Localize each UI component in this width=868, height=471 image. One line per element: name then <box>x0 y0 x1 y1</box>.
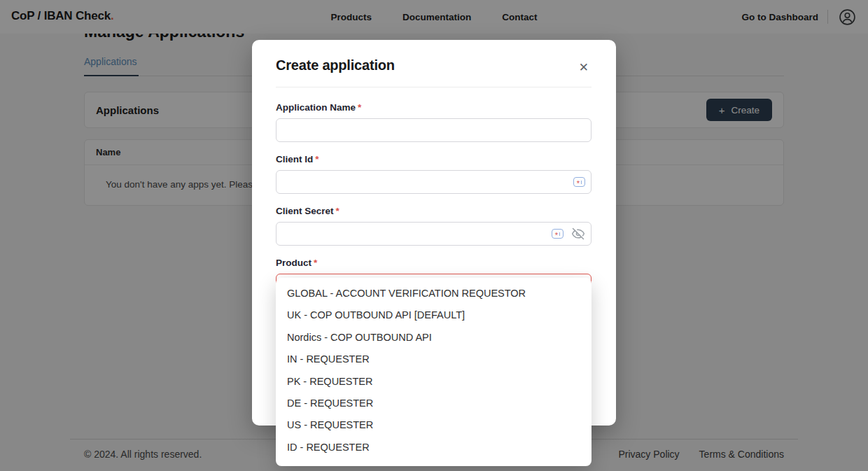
required-asterisk: * <box>336 206 340 216</box>
product-option[interactable]: UK - COP OUTBOUND API [DEFAULT] <box>276 304 592 326</box>
required-asterisk: * <box>358 102 361 113</box>
field-client-secret: Client Secret* * <box>276 206 592 246</box>
application-name-label: Application Name* <box>276 102 592 113</box>
application-name-input[interactable] <box>276 118 592 142</box>
product-option[interactable]: DE - REQUESTER <box>276 393 592 414</box>
close-icon[interactable]: ✕ <box>576 59 592 76</box>
client-secret-label: Client Secret* <box>276 206 592 216</box>
field-client-id: Client Id* * <box>276 154 592 194</box>
product-option[interactable]: GLOBAL - ACCOUNT VERIFICATION REQUESTOR <box>276 283 592 304</box>
modal-title: Create application <box>276 57 395 73</box>
required-asterisk: * <box>314 258 317 268</box>
eye-off-icon[interactable] <box>571 227 585 241</box>
modal-divider <box>276 87 592 87</box>
product-option[interactable]: IN - REQUESTER <box>276 349 592 370</box>
autofill-icon[interactable]: * <box>552 229 564 239</box>
autofill-icon[interactable]: * <box>573 177 585 187</box>
product-option[interactable]: US - REQUESTER <box>276 414 592 436</box>
product-option[interactable]: Nordics - COP OUTBOUND API <box>276 327 592 349</box>
product-label: Product* <box>276 258 592 268</box>
product-option[interactable]: ID - REQUESTER <box>276 437 592 458</box>
product-option[interactable]: PK - REQUESTER <box>276 371 592 393</box>
client-id-label: Client Id* <box>276 154 592 164</box>
field-application-name: Application Name* <box>276 102 592 142</box>
client-secret-input[interactable] <box>276 222 592 246</box>
product-dropdown-menu: GLOBAL - ACCOUNT VERIFICATION REQUESTOR … <box>276 278 592 466</box>
required-asterisk: * <box>315 154 318 164</box>
client-id-input[interactable] <box>276 170 592 194</box>
